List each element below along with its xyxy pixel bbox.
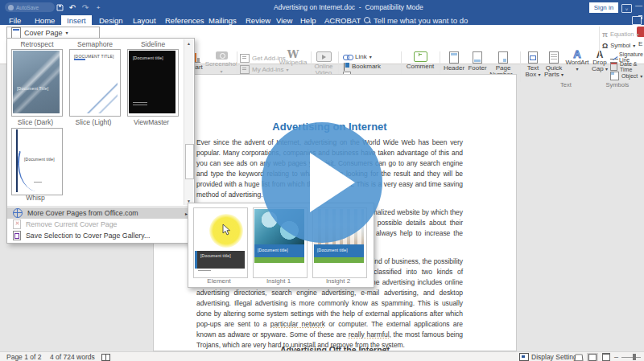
- cover-thumb-whisp[interactable]: [Document title]: [11, 128, 63, 195]
- save-gallery-icon: [13, 231, 21, 240]
- text-box-button[interactable]: Text Box ▾: [523, 51, 543, 78]
- qat-customize-icon[interactable]: +: [92, 2, 105, 13]
- autosave-toggle[interactable]: AutoSave: [5, 2, 55, 12]
- menu-separator: [7, 206, 194, 207]
- search-icon: [364, 17, 370, 23]
- menu-remove-cover-page[interactable]: Remove Current Cover Page: [7, 219, 192, 230]
- my-addins-button[interactable]: My Add-ins ▾: [240, 65, 289, 74]
- tab-file[interactable]: File: [3, 15, 27, 25]
- online-video-button[interactable]: Online Video: [312, 51, 335, 76]
- drop-cap-button[interactable]: A Drop Cap ▾: [591, 51, 609, 72]
- tab-layout[interactable]: Layout: [127, 15, 162, 25]
- tab-help[interactable]: Help: [295, 15, 322, 25]
- ribbon-display-options-icon[interactable]: ˅: [621, 4, 632, 13]
- wordart-icon: A: [573, 51, 580, 58]
- cover-thumb-slice-light[interactable]: [DOCUMENT TITLE]: [69, 49, 121, 117]
- bookmark-button[interactable]: Bookmark: [343, 62, 381, 71]
- autosave-toggle-knob: [8, 5, 14, 10]
- video-play-button[interactable]: [262, 122, 382, 243]
- comment-label: Comment: [407, 64, 435, 70]
- menu-save-selection[interactable]: Save Selection to Cover Page Gallery...: [7, 230, 192, 241]
- wordart-label: WordArt ▾: [565, 59, 589, 72]
- read-mode-button[interactable]: [573, 353, 584, 361]
- comment-button[interactable]: Comment: [404, 51, 436, 70]
- cover-page-gallery-dropdown: Retrospect Semaphore Sideline [Document …: [6, 38, 195, 244]
- tell-me-label: Tell me what you want to do: [374, 16, 468, 25]
- thumb-text-lines: [198, 270, 211, 273]
- save-icon[interactable]: [53, 2, 66, 13]
- mouse-cursor: [222, 224, 232, 236]
- chevron-down-icon: ▾: [287, 68, 289, 72]
- view-switcher: [573, 353, 612, 361]
- text-box-label-2: Box ▾: [525, 72, 540, 78]
- thumb-art: [254, 257, 304, 263]
- word-count[interactable]: 4 of 724 words: [50, 353, 95, 361]
- display-settings-icon: [519, 353, 529, 361]
- equation-label: Equation: [610, 31, 634, 38]
- book-icon: [101, 354, 110, 361]
- thumb-art: [Document title]: [314, 244, 364, 257]
- sign-in-button[interactable]: Sign in: [589, 2, 618, 13]
- link-button[interactable]: Link ▾: [343, 52, 372, 61]
- embed-flash-label: E: [638, 40, 642, 47]
- signature-line-button[interactable]: Signature Line: [610, 52, 644, 61]
- date-time-button[interactable]: Date & Time: [610, 62, 644, 71]
- web-layout-button[interactable]: [601, 353, 612, 361]
- zoom-slider-track[interactable]: [621, 357, 641, 358]
- autosave-label: AutoSave: [16, 5, 39, 10]
- wordart-button[interactable]: A WordArt ▾: [565, 51, 589, 72]
- scrollbar-thumb[interactable]: [185, 144, 194, 179]
- object-label: Object: [621, 73, 638, 79]
- cover-label-whisp: Whisp: [10, 194, 61, 202]
- chevron-down-icon: ▾: [637, 32, 639, 37]
- scroll-up-icon[interactable]: ▲: [184, 39, 193, 47]
- word-window: AutoSave ↶ ↷ + Advertising on Internet.d…: [0, 0, 644, 361]
- chevron-down-icon: ▾: [66, 31, 68, 35]
- print-layout-button[interactable]: [587, 353, 598, 361]
- screenshot-button[interactable]: Screenshot ▾: [208, 51, 235, 74]
- redo-icon[interactable]: ↷: [79, 2, 92, 13]
- equation-icon: π: [602, 31, 608, 39]
- screenshot-label: Screenshot: [205, 61, 237, 68]
- cover-page-label: Cover Page: [24, 29, 63, 37]
- symbol-button[interactable]: Ω Symbol ▾: [602, 41, 635, 50]
- equation-button[interactable]: π Equation ▾: [602, 30, 639, 39]
- tab-home[interactable]: Home: [29, 15, 60, 25]
- bookmark-icon: [343, 63, 349, 71]
- display-settings[interactable]: Display Settings: [519, 353, 580, 361]
- undo-icon[interactable]: ↶: [66, 2, 79, 13]
- tab-acrobat[interactable]: ACROBAT: [319, 15, 366, 25]
- zoom-out-button[interactable]: –: [614, 353, 618, 361]
- object-button[interactable]: Object ▾: [610, 72, 642, 80]
- page-indicator[interactable]: Page 1 of 2: [6, 353, 41, 361]
- zoom-slider-handle[interactable]: [633, 354, 636, 360]
- thumb-title: [Document Title]: [17, 86, 48, 91]
- menu-more-cover-pages[interactable]: More Cover Pages from Office.com ▸: [7, 207, 192, 219]
- wikipedia-label: Wikipedia: [279, 59, 308, 66]
- minimize-button[interactable]: —: [635, 2, 642, 10]
- tell-me-search[interactable]: Tell me what you want to do: [364, 15, 468, 25]
- preview-label-insight-1: Insight 1: [252, 277, 305, 285]
- thumb-art: [Document title]: [195, 251, 245, 269]
- link-label: Link: [355, 53, 367, 60]
- thumb-title: [Document title]: [24, 157, 55, 162]
- thumb-art: [314, 257, 364, 263]
- cover-thumb-viewmaster[interactable]: [Document title]: [127, 49, 179, 117]
- thumb-text-lines: [34, 182, 42, 184]
- menu-label: Remove Current Cover Page: [26, 220, 117, 228]
- cover-thumb-slice-dark[interactable]: [Document Title]: [11, 49, 63, 117]
- cover-label-slice-light: Slice (Light): [68, 118, 119, 126]
- drop-cap-label-2: Cap ▾: [592, 66, 608, 72]
- thumb-title: [Document title]: [133, 55, 163, 60]
- tab-design[interactable]: Design: [93, 15, 129, 25]
- share-icon[interactable]: [632, 16, 642, 25]
- wikipedia-button[interactable]: W Wikipedia: [279, 51, 307, 66]
- quick-parts-button[interactable]: Quick Parts ▾: [544, 51, 564, 78]
- proofing-status-icon[interactable]: [101, 353, 110, 361]
- chevron-down-icon: ▾: [633, 43, 635, 48]
- tab-mailings[interactable]: Mailings: [203, 15, 242, 25]
- footer-label: Footer: [468, 65, 486, 72]
- gallery-scrollbar[interactable]: ▲ ▼: [184, 39, 193, 205]
- header-label: Header: [444, 65, 464, 72]
- thumb-subtitle-line: [74, 59, 85, 60]
